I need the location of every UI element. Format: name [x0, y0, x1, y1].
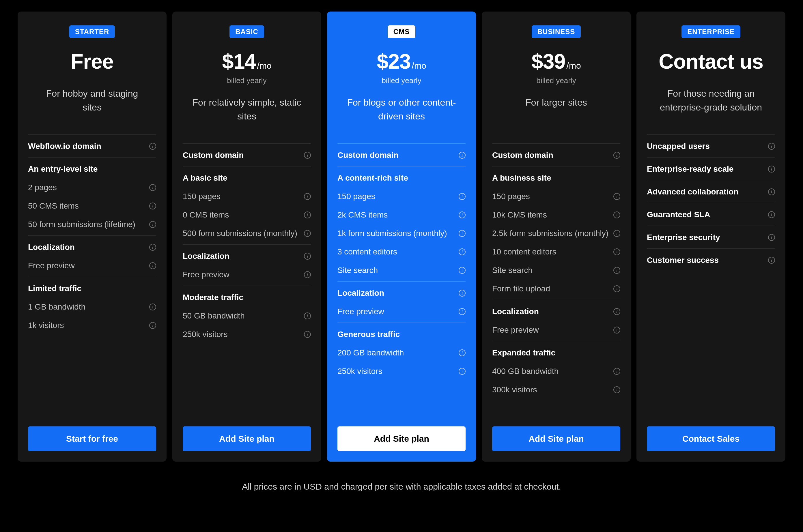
info-icon[interactable]: i [304, 253, 311, 260]
feature-label: 2 pages [28, 183, 57, 192]
feature-label: 250k visitors [183, 330, 228, 339]
plan-per: /mo [412, 61, 426, 70]
plan-cta-button[interactable]: Start for free [28, 426, 156, 451]
plan-card-cms: CMS$23/mobilled yearlyFor blogs or other… [327, 12, 476, 462]
plan-cta-button[interactable]: Add Site plan [183, 426, 311, 451]
feature-label: Site search [492, 266, 533, 275]
feature-group-head: Localizationi [28, 235, 156, 256]
feature-item: 500 form submissions (monthly)i [183, 224, 311, 243]
info-icon[interactable]: i [149, 184, 156, 191]
feature-label: 50 GB bandwidth [183, 311, 245, 321]
feature-label: 10k CMS items [492, 210, 547, 220]
info-icon[interactable]: i [304, 211, 311, 218]
feature-label: 250k visitors [337, 367, 382, 376]
plan-cta-button[interactable]: Add Site plan [337, 426, 466, 451]
plan-billed: billed yearly [337, 76, 466, 85]
info-icon[interactable]: i [459, 248, 466, 255]
info-icon[interactable]: i [613, 193, 620, 200]
info-icon[interactable]: i [459, 368, 466, 375]
info-icon[interactable]: i [459, 267, 466, 274]
info-icon[interactable]: i [613, 285, 620, 292]
info-icon[interactable]: i [149, 143, 156, 150]
feature-group-head: Customer successi [647, 248, 775, 269]
info-icon[interactable]: i [768, 166, 775, 172]
info-icon[interactable]: i [613, 368, 620, 375]
feature-group-head: A business site [492, 166, 620, 187]
feature-item: 2 pagesi [28, 178, 156, 197]
info-icon[interactable]: i [304, 271, 311, 278]
feature-label: Free preview [337, 307, 384, 316]
feature-group-title: Custom domain [337, 151, 398, 160]
info-icon[interactable]: i [768, 211, 775, 218]
plan-badge: ENTERPRISE [681, 25, 740, 38]
info-icon[interactable]: i [768, 257, 775, 264]
info-icon[interactable]: i [613, 386, 620, 393]
plan-desc: For relatively simple, static sites [192, 95, 302, 127]
feature-label: 3 content editors [337, 247, 397, 256]
price-line: $14/mo [183, 50, 311, 73]
info-icon[interactable]: i [768, 234, 775, 241]
info-icon[interactable]: i [613, 152, 620, 159]
info-icon[interactable]: i [304, 230, 311, 237]
info-icon[interactable]: i [459, 230, 466, 237]
feature-group-title: Generous traffic [337, 330, 400, 339]
feature-item: 1k form submissions (monthly)i [337, 224, 466, 243]
feature-group-head: An entry-level site [28, 157, 156, 178]
feature-group-title: A basic site [183, 173, 227, 183]
info-icon[interactable]: i [613, 308, 620, 315]
info-icon[interactable]: i [149, 221, 156, 228]
plan-cta-button[interactable]: Add Site plan [492, 426, 620, 451]
info-icon[interactable]: i [613, 267, 620, 274]
feature-group-title: Expanded traffic [492, 348, 555, 358]
info-icon[interactable]: i [149, 244, 156, 251]
plan-desc: For hobby and staging sites [37, 87, 147, 118]
feature-item: Free previewi [183, 265, 311, 284]
feature-label: Free preview [492, 325, 539, 335]
info-icon[interactable]: i [613, 327, 620, 334]
plan-cta-button[interactable]: Contact Sales [647, 426, 775, 451]
feature-group-head: Enterprise securityi [647, 226, 775, 247]
info-icon[interactable]: i [459, 152, 466, 159]
info-icon[interactable]: i [304, 193, 311, 200]
info-icon[interactable]: i [304, 152, 311, 159]
info-icon[interactable]: i [149, 203, 156, 209]
info-icon[interactable]: i [459, 290, 466, 297]
feature-group-head: Custom domaini [183, 144, 311, 165]
feature-group-title: Webflow.io domain [28, 142, 101, 151]
pricing-grid: STARTERFreeFor hobby and staging sitesWe… [18, 12, 785, 462]
feature-item: 3 content editorsi [337, 243, 466, 261]
info-icon[interactable]: i [459, 211, 466, 218]
feature-item: 0 CMS itemsi [183, 206, 311, 224]
feature-item: 150 pagesi [492, 187, 620, 206]
info-icon[interactable]: i [459, 308, 466, 315]
info-icon[interactable]: i [149, 322, 156, 329]
plan-per: /mo [257, 61, 272, 70]
info-icon[interactable]: i [459, 349, 466, 356]
feature-label: 1k form submissions (monthly) [337, 229, 447, 238]
feature-group-head: Generous traffic [337, 323, 466, 344]
feature-label: Free preview [183, 270, 229, 279]
info-icon[interactable]: i [613, 248, 620, 255]
feature-item: 50 CMS itemsi [28, 197, 156, 215]
plan-card-business: BUSINESS$39/mobilled yearlyFor larger si… [482, 12, 631, 462]
info-icon[interactable]: i [149, 304, 156, 310]
info-icon[interactable]: i [149, 262, 156, 269]
feature-label: 1k visitors [28, 321, 64, 330]
info-icon[interactable]: i [459, 193, 466, 200]
feature-label: 10 content editors [492, 247, 557, 256]
info-icon[interactable]: i [613, 230, 620, 237]
plan-desc: For larger sites [525, 95, 587, 127]
feature-item: 300k visitorsi [492, 381, 620, 399]
info-icon[interactable]: i [613, 211, 620, 218]
feature-label: Site search [337, 266, 378, 275]
feature-group-title: Limited traffic [28, 284, 81, 293]
info-icon[interactable]: i [768, 188, 775, 195]
feature-group-title: A business site [492, 173, 551, 183]
feature-group-title: An entry-level site [28, 165, 97, 174]
info-icon[interactable]: i [304, 331, 311, 338]
feature-group-title: Enterprise-ready scale [647, 165, 733, 174]
info-icon[interactable]: i [304, 312, 311, 319]
info-icon[interactable]: i [768, 143, 775, 150]
plan-desc: For those needing an enterprise-grade so… [656, 87, 766, 118]
plan-billed: billed yearly [183, 76, 311, 85]
